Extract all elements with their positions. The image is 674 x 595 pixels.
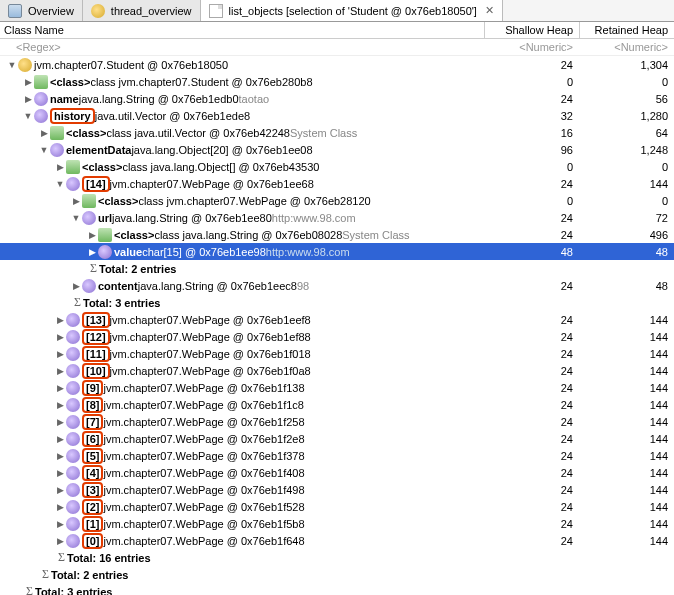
- object-label: jvm.chapter07.WebPage @ 0x76eb1f0a8: [110, 365, 311, 377]
- object-label: jvm.chapter07.WebPage @ 0x76eb1f258: [103, 416, 304, 428]
- tree-row[interactable]: ▶<class> class java.lang.String @ 0x76eb…: [0, 226, 674, 243]
- field-name: elementData: [66, 144, 131, 156]
- filter-retained[interactable]: <Numeric>: [579, 39, 674, 55]
- chevron-right-icon[interactable]: ▶: [54, 366, 66, 376]
- chevron-right-icon[interactable]: ▶: [54, 315, 66, 325]
- tree-row[interactable]: ▼jvm.chapter07.Student @ 0x76eb18050241,…: [0, 56, 674, 73]
- tree-row[interactable]: ▼elementData java.lang.Object[20] @ 0x76…: [0, 141, 674, 158]
- tree-row[interactable]: ▶[9] jvm.chapter07.WebPage @ 0x76eb1f138…: [0, 379, 674, 396]
- chevron-right-icon[interactable]: ▶: [54, 451, 66, 461]
- sigma-icon: Σ: [42, 567, 49, 582]
- chevron-right-icon[interactable]: ▶: [54, 502, 66, 512]
- highlighted-key: [12]: [82, 329, 110, 345]
- chevron-right-icon[interactable]: ▶: [22, 94, 34, 104]
- shallow-heap-cell: 24: [484, 331, 579, 343]
- field-name: name: [50, 93, 79, 105]
- header-class-name[interactable]: Class Name: [0, 22, 484, 38]
- tab-thread-overview[interactable]: thread_overview: [83, 0, 201, 21]
- chevron-right-icon[interactable]: ▶: [70, 281, 82, 291]
- chevron-down-icon[interactable]: ▼: [70, 213, 82, 223]
- tree-row[interactable]: ▶[5] jvm.chapter07.WebPage @ 0x76eb1f378…: [0, 447, 674, 464]
- chevron-down-icon[interactable]: ▼: [6, 60, 18, 70]
- chevron-right-icon[interactable]: ▶: [86, 247, 98, 257]
- chevron-right-icon[interactable]: ▶: [86, 230, 98, 240]
- chevron-right-icon[interactable]: ▶: [54, 332, 66, 342]
- chevron-right-icon[interactable]: ▶: [54, 468, 66, 478]
- total-label: Total: 3 entries: [83, 297, 160, 309]
- highlighted-key: [14]: [82, 176, 110, 192]
- object-label: jvm.chapter07.WebPage @ 0x76eb1ee68: [110, 178, 314, 190]
- tree-row[interactable]: ▶[3] jvm.chapter07.WebPage @ 0x76eb1f498…: [0, 481, 674, 498]
- tree-row[interactable]: ▶[11] jvm.chapter07.WebPage @ 0x76eb1f01…: [0, 345, 674, 362]
- shallow-heap-cell: 24: [484, 59, 579, 71]
- chevron-right-icon[interactable]: ▶: [22, 77, 34, 87]
- field-icon: [34, 109, 48, 123]
- chevron-down-icon[interactable]: ▼: [22, 111, 34, 121]
- tree-row[interactable]: ▶[12] jvm.chapter07.WebPage @ 0x76eb1ef8…: [0, 328, 674, 345]
- header-retained-heap[interactable]: Retained Heap: [579, 22, 674, 38]
- tree-row[interactable]: ▶[7] jvm.chapter07.WebPage @ 0x76eb1f258…: [0, 413, 674, 430]
- tree-row[interactable]: ▼url java.lang.String @ 0x76eb1ee80 http…: [0, 209, 674, 226]
- shallow-heap-cell: 24: [484, 518, 579, 530]
- tree-row[interactable]: ▼[14] jvm.chapter07.WebPage @ 0x76eb1ee6…: [0, 175, 674, 192]
- class-icon: [50, 126, 64, 140]
- tree-row[interactable]: ▶<class> class java.lang.Object[] @ 0x76…: [0, 158, 674, 175]
- tree-row[interactable]: ▶[13] jvm.chapter07.WebPage @ 0x76eb1eef…: [0, 311, 674, 328]
- retained-heap-cell: 144: [579, 501, 674, 513]
- chevron-right-icon[interactable]: ▶: [54, 434, 66, 444]
- chevron-right-icon[interactable]: ▶: [54, 485, 66, 495]
- retained-heap-cell: 496: [579, 229, 674, 241]
- tab-list-objects[interactable]: list_objects [selection of 'Student @ 0x…: [201, 0, 503, 21]
- close-icon[interactable]: ✕: [485, 4, 494, 17]
- tree-row[interactable]: ▶[1] jvm.chapter07.WebPage @ 0x76eb1f5b8…: [0, 515, 674, 532]
- chevron-right-icon[interactable]: ▶: [54, 536, 66, 546]
- tree-row[interactable]: ΣTotal: 2 entries: [0, 566, 674, 583]
- class-icon: [98, 228, 112, 242]
- chevron-right-icon[interactable]: ▶: [54, 383, 66, 393]
- tree-row[interactable]: ▶[0] jvm.chapter07.WebPage @ 0x76eb1f648…: [0, 532, 674, 549]
- chevron-right-icon[interactable]: ▶: [54, 417, 66, 427]
- tree-row[interactable]: ΣTotal: 16 entries: [0, 549, 674, 566]
- chevron-right-icon[interactable]: ▶: [38, 128, 50, 138]
- tree-row[interactable]: ▶[8] jvm.chapter07.WebPage @ 0x76eb1f1c8…: [0, 396, 674, 413]
- tree-row[interactable]: ▶[2] jvm.chapter07.WebPage @ 0x76eb1f528…: [0, 498, 674, 515]
- chevron-down-icon[interactable]: ▼: [38, 145, 50, 155]
- tab-overview[interactable]: Overview: [0, 0, 83, 21]
- tree-row[interactable]: ΣTotal: 3 entries: [0, 294, 674, 311]
- chevron-right-icon[interactable]: ▶: [70, 196, 82, 206]
- highlighted-key: [10]: [82, 363, 110, 379]
- shallow-heap-cell: 24: [484, 212, 579, 224]
- chevron-right-icon[interactable]: ▶: [54, 519, 66, 529]
- retained-heap-cell: 144: [579, 331, 674, 343]
- chevron-right-icon[interactable]: ▶: [54, 400, 66, 410]
- tree-row[interactable]: ▶[6] jvm.chapter07.WebPage @ 0x76eb1f2e8…: [0, 430, 674, 447]
- chevron-right-icon[interactable]: ▶: [54, 349, 66, 359]
- retained-heap-cell: 144: [579, 416, 674, 428]
- chevron-down-icon[interactable]: ▼: [54, 179, 66, 189]
- tree-row[interactable]: ▶[4] jvm.chapter07.WebPage @ 0x76eb1f408…: [0, 464, 674, 481]
- field-name: <class>: [114, 229, 154, 241]
- tree-row[interactable]: ▶[10] jvm.chapter07.WebPage @ 0x76eb1f0a…: [0, 362, 674, 379]
- field-icon: [98, 245, 112, 259]
- tree-row[interactable]: ▼history java.util.Vector @ 0x76eb1ede83…: [0, 107, 674, 124]
- shallow-heap-cell: 24: [484, 382, 579, 394]
- filter-shallow[interactable]: <Numeric>: [484, 39, 579, 55]
- tree-row[interactable]: ▶value char[15] @ 0x76eb1ee98 http:www.9…: [0, 243, 674, 260]
- header-shallow-heap[interactable]: Shallow Heap: [484, 22, 579, 38]
- tab-label: thread_overview: [111, 5, 192, 17]
- tree-row[interactable]: ▶<class> class java.util.Vector @ 0x76eb…: [0, 124, 674, 141]
- tree-row[interactable]: ΣTotal: 2 entries: [0, 260, 674, 277]
- filter-regex[interactable]: <Regex>: [0, 39, 484, 55]
- tree-row[interactable]: ▶<class> class jvm.chapter07.WebPage @ 0…: [0, 192, 674, 209]
- tree-row[interactable]: ▶<class> class jvm.chapter07.Student @ 0…: [0, 73, 674, 90]
- chevron-right-icon[interactable]: ▶: [54, 162, 66, 172]
- tree-row[interactable]: ▶name java.lang.String @ 0x76eb1edb0 tao…: [0, 90, 674, 107]
- retained-heap-cell: 1,248: [579, 144, 674, 156]
- highlighted-key: [11]: [82, 346, 110, 362]
- tree-row[interactable]: ΣTotal: 3 entries: [0, 583, 674, 595]
- tree-row[interactable]: ▶content java.lang.String @ 0x76eb1eec8 …: [0, 277, 674, 294]
- list-icon: [209, 4, 223, 18]
- field-icon: [66, 313, 80, 327]
- highlighted-key: [4]: [82, 465, 103, 481]
- field-icon: [66, 415, 80, 429]
